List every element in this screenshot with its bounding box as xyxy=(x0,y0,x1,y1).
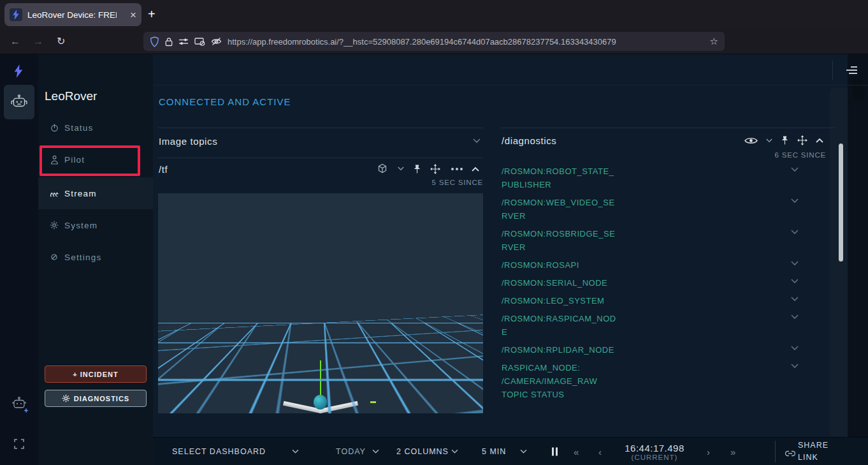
reload-button[interactable]: ↻ xyxy=(57,36,65,47)
forward-button[interactable]: → xyxy=(33,36,43,47)
incident-button[interactable]: + INCIDENT xyxy=(45,365,147,383)
filter-lines-icon[interactable] xyxy=(846,66,857,76)
device-rover-icon[interactable] xyxy=(4,85,34,119)
diagnostic-item-label: /ROSMON:ROBOT_STATE_PUBLISHER xyxy=(502,165,616,191)
connection-status-banner: CONNECTED AND ACTIVE xyxy=(159,96,291,107)
device-name: LeoRover xyxy=(45,89,97,103)
right-rail-divider xyxy=(832,61,833,80)
step-forward-button[interactable]: › xyxy=(707,446,711,457)
share-link-button[interactable]: SHARE LINK xyxy=(798,439,837,464)
tab-favicon-lightning-icon xyxy=(10,8,22,21)
fullscreen-icon[interactable] xyxy=(14,439,24,449)
browser-tab-bar: LeoRover Device: FREED × + xyxy=(0,0,868,29)
diagnostic-item[interactable]: /ROSMON:LEO_SYSTEM xyxy=(502,294,799,307)
columns-dropdown[interactable]: 2 COLUMNS xyxy=(396,447,449,456)
pin-icon[interactable] xyxy=(413,164,421,174)
skip-back-button[interactable]: « xyxy=(574,446,579,457)
diagnostic-item-label: /ROSMON:RPLIDAR_NODE xyxy=(502,343,616,357)
diagnostics-since-label: 6 SEC SINCE xyxy=(762,151,826,159)
diagnostic-item[interactable]: /ROSMON:RPLIDAR_NODE xyxy=(502,343,799,357)
chevron-down-icon[interactable] xyxy=(791,230,799,235)
image-topics-dropdown[interactable]: Image topics xyxy=(159,136,217,147)
chevron-down-icon[interactable] xyxy=(520,449,527,454)
divider xyxy=(501,128,835,128)
diagnostic-item-label: /ROSMON:WEB_VIDEO_SERVER xyxy=(502,196,616,223)
time-window-dropdown[interactable]: 5 MIN xyxy=(482,447,506,456)
gear-icon xyxy=(49,221,59,230)
topbar-divider xyxy=(153,85,868,85)
diagnostic-item-label: /ROSMON:ROSAPI xyxy=(502,258,616,272)
sidebar-item-settings[interactable]: Settings xyxy=(38,249,153,265)
pause-button[interactable] xyxy=(552,447,558,455)
diagnostic-item[interactable]: RASPICAM_NODE: /CAMERA/IMAGE_RAW TOPIC S… xyxy=(502,361,799,401)
new-tab-button[interactable]: + xyxy=(148,7,156,22)
chevron-down-icon[interactable] xyxy=(791,297,799,302)
collapse-chevron-up-icon[interactable] xyxy=(816,138,823,143)
date-range-dropdown[interactable]: TODAY xyxy=(336,447,366,456)
move-icon[interactable] xyxy=(430,164,440,174)
chevron-down-icon[interactable] xyxy=(791,279,799,284)
tf-3d-viewport[interactable] xyxy=(158,193,483,413)
freedom-logo-lightning-icon[interactable] xyxy=(13,64,24,78)
diagnostic-item[interactable]: /ROSMON:ROBOT_STATE_PUBLISHER xyxy=(502,165,799,191)
chevron-down-icon[interactable] xyxy=(398,166,404,171)
chevron-down-icon[interactable] xyxy=(791,346,799,351)
url-bar[interactable]: https://app.freedomrobotics.ai/?__hstc=5… xyxy=(143,32,725,51)
lock-icon[interactable] xyxy=(165,37,173,47)
cube-3d-view-icon[interactable] xyxy=(376,163,389,175)
chevron-down-icon[interactable] xyxy=(791,198,799,203)
scrollbar-thumb[interactable] xyxy=(839,144,843,262)
sidebar-item-system[interactable]: System xyxy=(38,217,153,233)
permissions-sliders-icon[interactable] xyxy=(178,38,189,45)
diagnostic-item[interactable]: /ROSMON:ROSBRIDGE_SERVER xyxy=(502,227,799,254)
sidebar-item-status[interactable]: Status xyxy=(38,119,153,136)
tab-close-icon[interactable]: × xyxy=(130,10,136,20)
diagnostics-panel-title: /diagnostics xyxy=(502,135,556,146)
current-time-label: (CURRENT) xyxy=(625,453,684,461)
sidebar-item-stream[interactable]: Stream xyxy=(38,177,153,209)
select-dashboard-dropdown[interactable]: SELECT DASHBOARD xyxy=(172,447,266,456)
diagnostic-item[interactable]: /ROSMON:RASPICAM_NODE xyxy=(502,312,799,339)
timeline-clock[interactable]: 16:44:17.498 (CURRENT) xyxy=(625,442,684,461)
diagnostics-button[interactable]: DIAGNOSTICS xyxy=(45,390,147,407)
more-options-icon[interactable] xyxy=(449,168,463,170)
chevron-down-icon[interactable] xyxy=(791,314,799,320)
url-text[interactable]: https://app.freedomrobotics.ai/?__hstc=5… xyxy=(228,37,704,47)
divider xyxy=(775,441,776,462)
chevron-down-icon[interactable] xyxy=(473,138,481,144)
autoplay-blocked-icon[interactable] xyxy=(194,37,205,46)
chevron-down-icon[interactable] xyxy=(766,138,772,143)
step-back-button[interactable]: ‹ xyxy=(598,446,602,457)
collapse-chevron-up-icon[interactable] xyxy=(472,166,479,172)
tf-panel-title: /tf xyxy=(159,164,168,175)
slashed-circle-icon xyxy=(49,253,59,261)
right-rail-panel xyxy=(830,87,848,437)
chevron-down-icon[interactable] xyxy=(791,167,799,172)
diagnostic-item[interactable]: /ROSMON:SERIAL_NODE xyxy=(502,276,799,290)
pin-icon[interactable] xyxy=(781,135,789,145)
robot-tf-marker xyxy=(314,395,327,410)
chevron-down-icon[interactable] xyxy=(292,449,299,454)
chevron-down-icon[interactable] xyxy=(791,261,799,266)
move-icon[interactable] xyxy=(797,135,807,145)
wave-icon xyxy=(49,189,59,197)
incident-button-label: + INCIDENT xyxy=(73,371,118,378)
link-icon xyxy=(785,450,795,457)
eye-icon[interactable] xyxy=(744,137,758,145)
browser-toolbar: ← → ↻ xyxy=(0,29,868,54)
back-button[interactable]: ← xyxy=(10,36,20,47)
diagnostics-list: /ROSMON:ROBOT_STATE_PUBLISHER /ROSMON:WE… xyxy=(502,165,799,406)
diagnostic-item[interactable]: /ROSMON:WEB_VIDEO_SERVER xyxy=(502,196,799,223)
add-device-robot-icon[interactable] xyxy=(11,397,28,413)
chevron-down-icon[interactable] xyxy=(451,449,458,454)
bookmark-star-icon[interactable]: ☆ xyxy=(710,36,718,47)
browser-tab[interactable]: LeoRover Device: FREED × xyxy=(4,3,141,26)
tracking-blocked-eye-icon[interactable] xyxy=(211,37,222,46)
sidebar-item-label: System xyxy=(64,221,98,230)
shield-icon[interactable] xyxy=(150,36,159,47)
chevron-down-icon[interactable] xyxy=(372,449,379,454)
chevron-down-icon[interactable] xyxy=(791,364,799,369)
skip-forward-button[interactable]: » xyxy=(730,446,736,457)
diagnostic-item[interactable]: /ROSMON:ROSAPI xyxy=(502,258,799,272)
diagnostic-item-label: /ROSMON:SERIAL_NODE xyxy=(502,276,616,290)
